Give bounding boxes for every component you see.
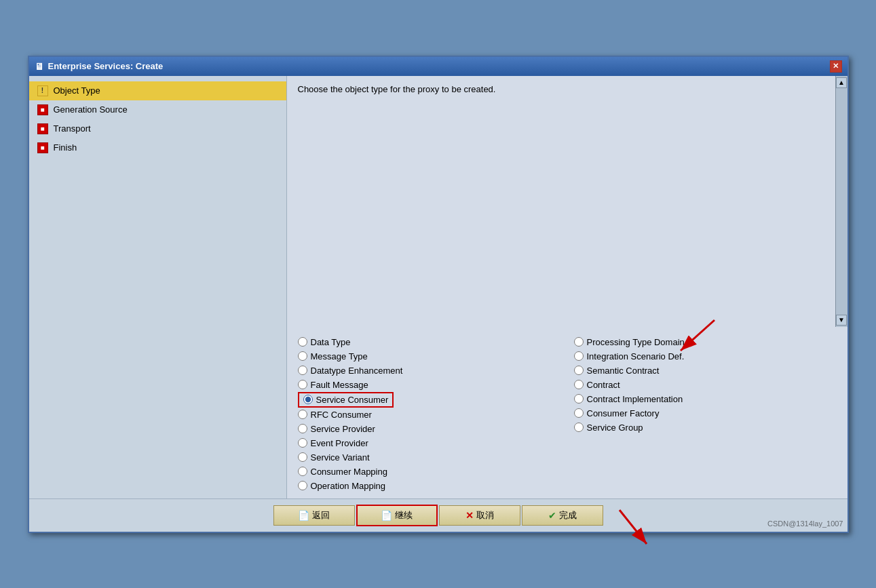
label-integration-scenario-def: Integration Scenario Def. <box>587 351 685 361</box>
continue-button[interactable]: 📄 继续 <box>356 505 438 526</box>
radio-data-type[interactable]: Data Type <box>298 335 560 349</box>
error-icon-3: ■ <box>37 142 48 153</box>
radio-service-group[interactable]: Service Group <box>574 420 837 435</box>
radio-contract[interactable]: Contract <box>574 378 837 392</box>
cancel-button[interactable]: ✕ 取消 <box>439 505 520 526</box>
label-service-provider: Service Provider <box>311 424 375 434</box>
sidebar-label-transport: Transport <box>54 123 91 134</box>
radio-integration-scenario-def[interactable]: Integration Scenario Def. <box>574 349 837 364</box>
description-text: Choose the object type for the proxy to … <box>298 84 496 94</box>
finish-button[interactable]: ✔ 完成 <box>522 505 603 526</box>
scroll-down[interactable]: ▼ <box>836 315 847 326</box>
main-content: Choose the object type for the proxy to … <box>287 76 848 498</box>
radio-consumer-mapping[interactable]: Consumer Mapping <box>298 465 560 479</box>
label-processing-type-domain: Processing Type Domain <box>587 337 685 347</box>
radio-options: Data Type Message Type Datatype Enhancem… <box>287 327 848 498</box>
sidebar-item-object-type[interactable]: ! Object Type <box>29 81 286 100</box>
options-left-column: Data Type Message Type Datatype Enhancem… <box>298 335 560 493</box>
radio-service-consumer-highlighted[interactable]: Service Consumer <box>298 392 394 408</box>
label-datatype-enhancement: Datatype Enhancement <box>311 366 403 376</box>
sidebar-item-finish[interactable]: ■ Finish <box>29 138 286 157</box>
scroll-up[interactable]: ▲ <box>836 77 847 88</box>
dialog-body: ! Object Type ■ Generation Source ■ Tran… <box>29 76 848 498</box>
label-fault-message: Fault Message <box>311 380 368 390</box>
options-area: Data Type Message Type Datatype Enhancem… <box>287 327 848 498</box>
footer-buttons: 📄 返回 📄 继续 ✕ 取消 ✔ 完成 <box>29 498 848 532</box>
label-contract-implementation: Contract Implementation <box>587 394 683 404</box>
radio-service-provider[interactable]: Service Provider <box>298 422 560 436</box>
label-message-type: Message Type <box>311 351 368 361</box>
label-service-group: Service Group <box>587 423 643 433</box>
error-icon-2: ■ <box>37 123 48 134</box>
watermark: CSDN@1314lay_1007 <box>767 520 843 528</box>
back-icon: 📄 <box>298 510 309 521</box>
options-right-column: Processing Type Domain Integration Scena… <box>574 335 837 493</box>
sidebar-label-object-type: Object Type <box>54 85 100 96</box>
continue-icon: 📄 <box>381 510 392 521</box>
label-contract: Contract <box>587 380 620 390</box>
description-row: Choose the object type for the proxy to … <box>287 76 848 327</box>
label-semantic-contract: Semantic Contract <box>587 366 660 376</box>
close-button[interactable]: ✕ <box>830 60 842 73</box>
radio-rfc-consumer[interactable]: RFC Consumer <box>298 408 560 422</box>
radio-message-type[interactable]: Message Type <box>298 349 560 364</box>
window-title: Enterprise Services: Create <box>48 61 164 71</box>
sidebar-item-transport[interactable]: ■ Transport <box>29 119 286 138</box>
finish-icon: ✔ <box>548 510 556 521</box>
sidebar-label-finish: Finish <box>54 142 77 153</box>
error-icon-1: ■ <box>37 104 48 115</box>
radio-datatype-enhancement[interactable]: Datatype Enhancement <box>298 364 560 378</box>
label-consumer-mapping: Consumer Mapping <box>311 467 387 477</box>
label-consumer-factory: Consumer Factory <box>587 408 660 418</box>
finish-label: 完成 <box>559 509 577 522</box>
scrollbar[interactable]: ▲ ▼ <box>835 76 848 327</box>
sidebar: ! Object Type ■ Generation Source ■ Tran… <box>29 76 287 498</box>
window-icon: 🖥 <box>35 61 44 72</box>
label-rfc-consumer: RFC Consumer <box>311 410 372 420</box>
radio-event-provider[interactable]: Event Provider <box>298 436 560 450</box>
label-data-type: Data Type <box>311 337 351 347</box>
title-bar: 🖥 Enterprise Services: Create ✕ <box>29 57 848 76</box>
label-operation-mapping: Operation Mapping <box>311 481 386 491</box>
back-label: 返回 <box>312 509 330 522</box>
label-event-provider: Event Provider <box>311 438 368 448</box>
sidebar-label-generation-source: Generation Source <box>54 104 128 115</box>
radio-operation-mapping[interactable]: Operation Mapping <box>298 479 560 493</box>
label-service-variant: Service Variant <box>311 452 370 463</box>
radio-service-variant[interactable]: Service Variant <box>298 450 560 465</box>
radio-contract-implementation[interactable]: Contract Implementation <box>574 392 837 406</box>
label-service-consumer: Service Consumer <box>316 395 389 405</box>
back-button[interactable]: 📄 返回 <box>273 505 355 526</box>
cancel-label: 取消 <box>476 509 494 522</box>
description-area: Choose the object type for the proxy to … <box>287 76 835 327</box>
radio-semantic-contract[interactable]: Semantic Contract <box>574 364 837 378</box>
radio-consumer-factory[interactable]: Consumer Factory <box>574 406 837 420</box>
radio-processing-type-domain[interactable]: Processing Type Domain <box>574 335 837 349</box>
cancel-icon: ✕ <box>465 510 474 521</box>
warning-icon: ! <box>37 85 48 96</box>
continue-label: 继续 <box>395 509 413 522</box>
radio-fault-message[interactable]: Fault Message <box>298 378 560 392</box>
sidebar-item-generation-source[interactable]: ■ Generation Source <box>29 100 286 119</box>
